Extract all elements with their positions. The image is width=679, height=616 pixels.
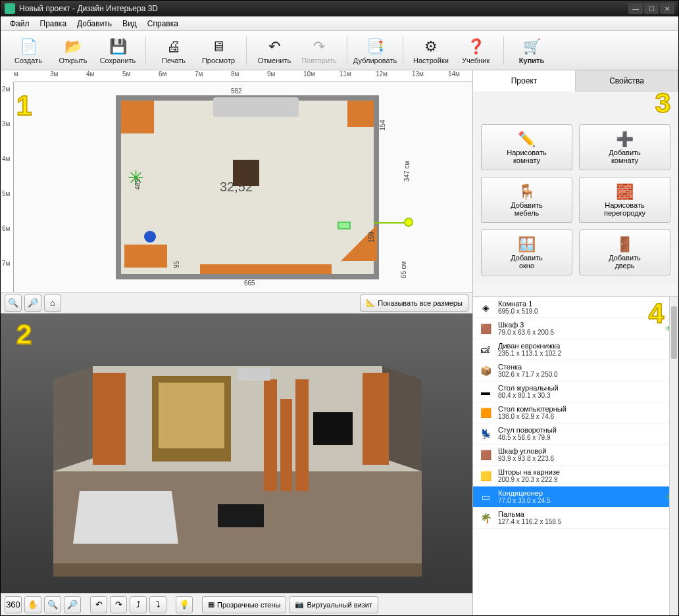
object-row[interactable]: 🟫Шкаф 379.0 x 63.6 x 200.5👁 (473, 318, 678, 339)
object-row[interactable]: ▬Стол журнальный80.4 x 80.1 x 30.3 (473, 381, 678, 402)
object-name: Шкаф угловой (498, 447, 554, 455)
furniture-wall-unit[interactable] (200, 264, 332, 274)
menubar: ФайлПравкаДобавитьВидСправка (1, 16, 678, 31)
object-row[interactable]: 📦Стенка302.6 x 71.7 x 250.0 (473, 360, 678, 381)
object-list[interactable]: ◈Комната 1695.0 x 519.0🟫Шкаф 379.0 x 63.… (473, 296, 678, 615)
rotate-left-button[interactable]: ↶ (90, 596, 107, 613)
zoom-in-button[interactable]: 🔎 (24, 295, 41, 312)
rotate-360-button[interactable]: 360 (5, 596, 22, 613)
action-окно-button[interactable]: 🪟Добавитьокно (481, 229, 572, 275)
object-dimensions: 138.0 x 62.9 x 74.6 (498, 413, 566, 420)
action-icon: 🚪 (616, 235, 634, 254)
object-info: Стол журнальный80.4 x 80.1 x 30.3 (498, 384, 559, 399)
object-row[interactable]: 🌴Пальма127.4 x 116.2 x 158.5 (473, 508, 678, 529)
action-мебель-button[interactable]: 🪑Добавитьмебель (481, 177, 572, 223)
zoom-out-button[interactable]: 🔍 (5, 295, 22, 312)
action-комнату-button[interactable]: ➕Добавитькомнату (579, 124, 670, 170)
menu-файл[interactable]: Файл (5, 18, 35, 30)
home-button[interactable]: ⌂ (44, 295, 61, 312)
toolbar-separator (403, 36, 403, 65)
plan-canvas[interactable]: 32,52 ✳ 582 34 (14, 82, 472, 292)
menu-правка[interactable]: Правка (35, 18, 72, 30)
svg-rect-10 (93, 373, 126, 465)
toolbar-сохранить-button[interactable]: 💾Сохранить (97, 33, 139, 68)
action-grid: ✏️Нарисоватькомнату➕Добавитькомнату🪑Доба… (473, 91, 678, 283)
object-icon: ▭ (478, 490, 493, 504)
room-outline[interactable]: 32,52 ✳ (116, 95, 379, 279)
ruler-tick: м (14, 70, 18, 78)
scrollbar-thumb[interactable] (671, 306, 677, 359)
action-icon: 🪑 (518, 183, 536, 201)
show-all-sizes-label: Показывать все размеры (378, 299, 463, 307)
tilt-up-button[interactable]: ⤴ (130, 596, 147, 613)
toolbar-label: Повторить (301, 57, 337, 64)
item-ac-unit[interactable] (338, 222, 351, 229)
action-label-2: окно (519, 262, 534, 270)
object-name: Кондиционер (498, 489, 551, 497)
virtual-visit-button[interactable]: 📷 Виртуальный визит (289, 596, 378, 613)
toolbar-label: Настройки (413, 57, 449, 64)
furniture-coffee-table[interactable] (233, 160, 259, 186)
furniture-cabinet[interactable] (347, 101, 374, 127)
toolbar-создать-button[interactable]: 📄Создать (7, 33, 49, 68)
object-dimensions: 80.4 x 80.1 x 30.3 (498, 392, 559, 399)
tilt-down-button[interactable]: ⤵ (149, 596, 166, 613)
maximize-button[interactable]: ☐ (644, 3, 659, 14)
menu-вид[interactable]: Вид (117, 18, 142, 30)
toolbar-настройки-button[interactable]: ⚙Настройки (410, 33, 452, 68)
selection-handle[interactable] (404, 218, 413, 227)
furniture-corner-piece[interactable] (341, 225, 377, 261)
object-row[interactable]: 🟧Стол компьютерный138.0 x 62.9 x 74.6 (473, 402, 678, 423)
toolbar-просмотр-button[interactable]: 🖥Просмотр (197, 33, 239, 68)
scrollbar[interactable] (669, 297, 678, 615)
menu-добавить[interactable]: Добавить (72, 18, 117, 30)
rotate-right-button[interactable]: ↷ (110, 596, 127, 613)
plan-area[interactable]: 1 м3м4м5м6м7м8м9м10м11м12м13м14м 2м3м4м5… (1, 70, 472, 314)
toolbar-отменить-button[interactable]: ↶Отменить (253, 33, 295, 68)
light-button[interactable]: 💡 (176, 596, 193, 613)
object-name: Шкаф 3 (498, 321, 554, 329)
ruler-tick: 10м (303, 70, 315, 78)
toolbar-печать-button[interactable]: 🖨Печать (153, 33, 195, 68)
object-row[interactable]: 🛋Диван еврокнижка235.1 x 113.1 x 102.2 (473, 339, 678, 360)
object-dimensions: 77.0 x 33.0 x 24.5 (498, 497, 551, 504)
object-row[interactable]: ▭Кондиционер77.0 x 33.0 x 24.5👁 (473, 486, 678, 508)
учебник-icon: ❓ (466, 37, 486, 57)
toolbar-учебник-button[interactable]: ❓Учебник (455, 33, 497, 68)
toolbar-дублировать-button[interactable]: 📑Дублировать (354, 33, 396, 68)
svg-rect-12 (238, 367, 270, 381)
tab-project[interactable]: Проект (473, 70, 576, 91)
furniture-desk[interactable] (124, 245, 167, 268)
object-row[interactable]: 🟫Шкаф угловой93.9 x 93.8 x 223.6 (473, 444, 678, 465)
close-button[interactable]: ✕ (660, 3, 674, 14)
furniture-chair[interactable] (144, 231, 156, 243)
svg-rect-8 (295, 379, 309, 491)
просмотр-icon: 🖥 (209, 37, 228, 57)
toolbar-label: Купить (519, 57, 544, 64)
ruler-tick: 6м (159, 70, 166, 78)
toolbar-открыть-button[interactable]: 📂Открыть (52, 33, 94, 68)
object-row[interactable]: 🟨Шторы на карнизе200.9 x 20.3 x 222.9 (473, 465, 678, 486)
show-all-sizes-button[interactable]: 📐 Показывать все размеры (360, 295, 468, 312)
minimize-button[interactable]: — (628, 3, 643, 14)
zoom-in-3d-button[interactable]: 🔎 (64, 596, 81, 613)
transparent-walls-button[interactable]: ▦ Прозрачные стены (202, 596, 286, 613)
toolbar-купить-button[interactable]: 🛒Купить (511, 33, 553, 68)
object-row[interactable]: 💺Стул поворотный48.5 x 56.6 x 79.9 (473, 423, 678, 444)
action-дверь-button[interactable]: 🚪Добавитьдверь (579, 229, 670, 275)
object-row[interactable]: ◈Комната 1695.0 x 519.0 (473, 297, 678, 318)
object-info: Стул поворотный48.5 x 56.6 x 79.9 (498, 426, 557, 441)
action-icon: 🧱 (616, 183, 634, 201)
furniture-sofa[interactable] (213, 97, 299, 117)
furniture-corner-cabinet[interactable] (121, 101, 154, 133)
menu-справка[interactable]: Справка (142, 18, 184, 30)
view-3d[interactable]: 2 (1, 314, 472, 615)
pan-button[interactable]: ✋ (24, 596, 41, 613)
tab-project-label: Проект (511, 76, 538, 85)
wall-icon: ▦ (208, 600, 214, 609)
action-комнату-button[interactable]: ✏️Нарисоватькомнату (481, 124, 572, 170)
action-перегородку-button[interactable]: 🧱Нарисоватьперегородку (579, 177, 670, 223)
object-dimensions: 235.1 x 113.1 x 102.2 (498, 350, 561, 357)
action-label-1: Добавить (511, 201, 543, 209)
zoom-out-3d-button[interactable]: 🔍 (44, 596, 61, 613)
